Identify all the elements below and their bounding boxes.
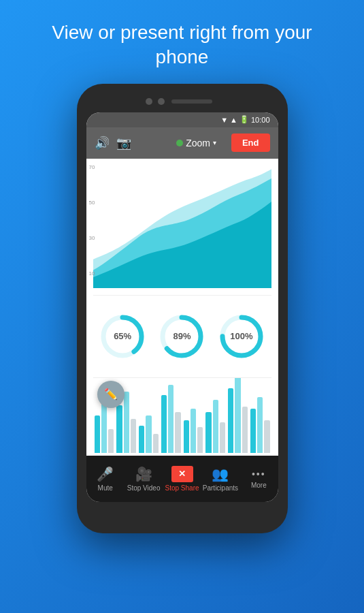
video-icon: 🎥 <box>135 466 152 482</box>
app-name-label: Zoom <box>186 138 210 148</box>
connected-dot <box>176 140 183 146</box>
y-label-30: 30 <box>89 235 95 241</box>
wifi-icon: ▼ <box>220 116 228 124</box>
donuts-area: 65% 89% 100% <box>86 296 278 377</box>
bar-group-5 <box>184 409 203 453</box>
fab-edit-button[interactable]: ✏️ <box>97 381 125 408</box>
phone-speaker <box>171 99 212 104</box>
bar-6-1 <box>205 412 211 453</box>
dropdown-arrow-icon: ▾ <box>213 139 216 146</box>
participants-label: Participants <box>203 484 238 492</box>
bar-3-1 <box>139 426 144 453</box>
stop-video-label: Stop Video <box>127 484 161 492</box>
mute-icon: 🎤 <box>97 466 114 482</box>
battery-icon: 🔋 <box>239 115 249 124</box>
bar-group-7 <box>228 378 248 453</box>
bar-3-3 <box>153 434 159 453</box>
donut-label-89: 89% <box>173 331 191 341</box>
meeting-bar: 🔊 📷 Zoom ▾ End <box>86 127 278 159</box>
area-chart-svg <box>93 166 271 288</box>
bar-2-3 <box>131 419 136 453</box>
donut-item-89: 89% <box>158 313 205 360</box>
bar-7-3 <box>242 407 248 453</box>
status-bar: ▼ ▲ 🔋 10:00 <box>86 112 278 127</box>
nav-participants[interactable]: 👥 Participants <box>201 456 239 502</box>
edit-icon: ✏️ <box>104 388 118 400</box>
bar-1-1 <box>95 415 100 453</box>
camera-switch-icon[interactable]: 📷 <box>116 136 131 151</box>
bar-6-3 <box>220 422 225 453</box>
bar-7-1 <box>228 388 233 453</box>
camera-right-icon <box>158 98 165 105</box>
bar-4-2 <box>168 385 173 453</box>
bar-8-3 <box>264 420 269 453</box>
bar-4-1 <box>161 395 167 453</box>
status-icons: ▼ ▲ 🔋 10:00 <box>220 115 269 124</box>
stop-share-icon-wrapper: ✕ <box>171 466 193 482</box>
nav-stop-share[interactable]: ✕ Stop Share <box>163 456 201 502</box>
phone-notch <box>86 93 278 110</box>
donut-item-100: 100% <box>218 313 265 360</box>
bar-group-3 <box>139 415 159 453</box>
bar-8-2 <box>257 397 263 453</box>
bar-2-1 <box>116 405 122 453</box>
bar-6-2 <box>213 400 218 453</box>
more-icon: ••• <box>252 469 266 480</box>
donut-label-65: 65% <box>114 331 131 341</box>
bar-1-3 <box>108 429 114 453</box>
y-label-70: 70 <box>89 164 95 170</box>
bar-7-2 <box>235 378 240 453</box>
stop-share-label: Stop Share <box>165 484 199 492</box>
bottom-nav: 🎤 Mute 🎥 Stop Video ✕ Stop Share 👥 Parti… <box>86 456 278 502</box>
bar-group-4 <box>161 385 181 453</box>
bar-group-6 <box>205 400 225 453</box>
nav-stop-video[interactable]: 🎥 Stop Video <box>125 456 163 502</box>
nav-mute[interactable]: 🎤 Mute <box>86 456 125 502</box>
bar-group-8 <box>250 397 270 453</box>
bar-2-2 <box>124 392 129 453</box>
bar-group-1 <box>95 402 114 453</box>
camera-left-icon <box>146 98 152 105</box>
signal-icon: ▲ <box>230 116 237 124</box>
participants-icon: 👥 <box>212 466 229 482</box>
hero-text: View or present right from your phone <box>0 20 364 70</box>
bar-1-2 <box>101 402 107 453</box>
phone-device: ▼ ▲ 🔋 10:00 🔊 📷 Zoom ▾ End <box>77 84 288 533</box>
stop-share-x-icon: ✕ <box>178 469 186 479</box>
speaker-icon[interactable]: 🔊 <box>95 136 110 151</box>
donut-item-65: 65% <box>99 313 146 360</box>
mute-label: Mute <box>98 484 113 492</box>
time-display: 10:00 <box>251 116 270 124</box>
bar-5-2 <box>191 409 196 453</box>
donut-label-100: 100% <box>230 331 252 341</box>
phone-screen: ▼ ▲ 🔋 10:00 🔊 📷 Zoom ▾ End <box>86 112 278 502</box>
zoom-badge[interactable]: Zoom ▾ <box>176 138 216 148</box>
y-label-10: 10 <box>89 270 95 277</box>
y-axis-labels: 70 50 30 10 <box>89 164 95 277</box>
bar-5-1 <box>184 420 189 453</box>
y-label-50: 50 <box>89 200 95 206</box>
more-label: More <box>251 482 267 489</box>
bar-chart-area: ✏️ <box>86 378 278 456</box>
bar-3-2 <box>146 415 151 453</box>
nav-more[interactable]: ••• More <box>239 456 278 502</box>
end-call-button[interactable]: End <box>231 133 270 152</box>
bar-4-3 <box>175 412 180 453</box>
area-chart-container: 70 50 30 10 <box>86 159 278 295</box>
bar-8-1 <box>250 409 256 453</box>
bar-5-3 <box>197 427 203 453</box>
